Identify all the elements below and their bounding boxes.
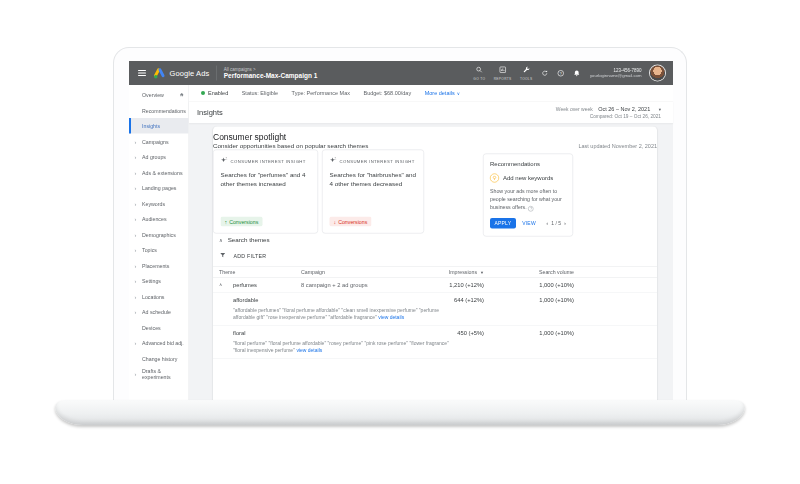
col-theme[interactable]: Theme xyxy=(219,269,301,275)
avatar[interactable] xyxy=(650,66,665,81)
sidebar-item-label: Overview xyxy=(142,92,164,98)
reports-label: REPORTS xyxy=(494,77,512,81)
top-app-bar: Google Ads All campaigns > Performance-M… xyxy=(129,61,673,85)
col-search-volume[interactable]: Search volume xyxy=(484,269,574,275)
insight-tag: CONSUMER INTEREST INSIGHT xyxy=(231,159,306,164)
table-row-floral[interactable]: floral 450 (+5%) 1,000 (+10%) "floral pe… xyxy=(213,326,657,359)
chevron-left-icon[interactable]: ‹ xyxy=(546,220,548,227)
page-title: Insights xyxy=(197,108,223,117)
insight-card-hairbrushes[interactable]: CONSUMER INTEREST INSIGHT Searches for "… xyxy=(322,150,424,234)
reports-button[interactable]: REPORTS xyxy=(494,66,512,80)
col-impressions[interactable]: Impressions▼ xyxy=(386,269,484,275)
wrench-icon xyxy=(522,66,530,76)
view-details-link[interactable]: view details xyxy=(378,315,404,321)
help-button[interactable]: ? xyxy=(557,69,565,77)
sidebar-item-ad-schedule[interactable]: ›Ad schedule xyxy=(129,304,189,320)
sidebar-nav: OverviewRecommendationsInsights›Campaign… xyxy=(129,85,189,403)
sidebar-item-landing-pages[interactable]: ›Landing pages xyxy=(129,180,189,196)
sidebar-item-recommendations[interactable]: Recommendations xyxy=(129,103,189,119)
insight-text: Searches for "perfumes" and 4 other them… xyxy=(221,171,311,189)
date-range-value: Oct 26 – Nov 2, 2021 xyxy=(598,105,650,111)
date-range-picker[interactable]: Week over week Oct 26 – Nov 2, 2021 ▾ Co… xyxy=(556,105,661,120)
sidebar-item-label: Audiences xyxy=(142,216,167,222)
chevron-up-icon[interactable]: ∧ xyxy=(219,282,233,287)
sidebar-item-locations[interactable]: ›Locations xyxy=(129,289,189,305)
sidebar-item-settings[interactable]: ›Settings xyxy=(129,273,189,289)
sidebar-item-keywords[interactable]: ›Keywords xyxy=(129,196,189,212)
sidebar-item-label: Ad schedule xyxy=(142,309,171,315)
sidebar-item-insights[interactable]: Insights xyxy=(129,118,189,134)
insight-cards-row: CONSUMER INTEREST INSIGHT Searches for "… xyxy=(213,150,657,237)
sidebar-item-placements[interactable]: ›Placements xyxy=(129,258,189,274)
chevron-right-icon: › xyxy=(135,340,137,346)
theme-examples: "affordable perfumes" "floral perfume af… xyxy=(219,306,459,321)
chevron-right-icon: › xyxy=(135,169,137,175)
help-circle-icon[interactable]: ? xyxy=(528,206,534,212)
recommendations-card: Recommendations Add new keywords Show yo… xyxy=(483,154,573,237)
date-compared: Compared: Oct 19 – Oct 26, 2021 xyxy=(556,113,661,120)
menu-icon[interactable] xyxy=(138,70,146,76)
recommendation-body: Show your ads more often to people searc… xyxy=(490,188,566,212)
add-filter-button[interactable]: ADD FILTER xyxy=(213,252,657,260)
chevron-right-icon: › xyxy=(135,278,137,284)
col-campaign[interactable]: Campaign xyxy=(301,269,386,275)
last-updated: Last updated November 2, 2021 xyxy=(578,143,657,149)
recommendation-item[interactable]: Add new keywords xyxy=(490,174,566,183)
laptop-screen: Google Ads All campaigns > Performance-M… xyxy=(113,47,687,403)
table-header-row: Theme Campaign Impressions▼ Search volum… xyxy=(213,266,657,278)
view-button[interactable]: VIEW xyxy=(522,220,536,226)
insight-card-perfumes[interactable]: CONSUMER INTEREST INSIGHT Searches for "… xyxy=(213,150,318,234)
impressions-cell: 644 (+12%) xyxy=(386,297,484,303)
apply-button[interactable]: APPLY xyxy=(490,218,516,229)
sidebar-item-devices[interactable]: Devices xyxy=(129,320,189,336)
table-row-affordable[interactable]: affordable 644 (+12%) 1,000 (+10%) "affo… xyxy=(213,293,657,326)
sidebar-item-label: Recommendations xyxy=(142,107,186,113)
spotlight-subtitle: Consider opportunities based on popular … xyxy=(213,143,368,150)
sidebar-item-campaigns[interactable]: ›Campaigns xyxy=(129,134,189,150)
sidebar-item-audiences[interactable]: ›Audiences xyxy=(129,211,189,227)
sidebar-item-ad-groups[interactable]: ›Ad groups xyxy=(129,149,189,165)
recommendation-pager: ‹ 1 / 5 › xyxy=(546,220,566,227)
chevron-right-icon[interactable]: › xyxy=(564,220,566,227)
sidebar-item-change-history[interactable]: Change history xyxy=(129,351,189,367)
table-row-perfumes[interactable]: ∧ perfumes 8 campaign + 2 ad groups 1,21… xyxy=(213,278,657,293)
sidebar-item-label: Campaigns xyxy=(142,138,169,144)
sidebar-item-drafts-experiments[interactable]: ›Drafts & experiments xyxy=(129,366,189,382)
search-themes-title: Search themes xyxy=(228,237,270,244)
breadcrumb-campaign-name: Performance-Max-Campaign 1 xyxy=(224,72,318,80)
reports-chart-icon xyxy=(499,66,507,76)
google-ads-logo-icon xyxy=(153,68,165,79)
sidebar-item-label: Ad groups xyxy=(142,154,166,160)
volume-cell: 1,000 (+10%) xyxy=(484,297,574,303)
enabled-dot-icon xyxy=(201,91,205,95)
chevron-up-icon: ∧ xyxy=(219,237,223,243)
more-details-link[interactable]: More details∨ xyxy=(425,90,460,96)
sidebar-item-ads-extensions[interactable]: ›Ads & extensions xyxy=(129,165,189,181)
sidebar-item-label: Advanced bid adj. xyxy=(142,340,184,346)
sidebar-item-advanced-bid-adj[interactable]: ›Advanced bid adj. xyxy=(129,335,189,351)
notifications-bell-icon[interactable] xyxy=(573,69,581,77)
tools-button[interactable]: TOOLS xyxy=(520,66,532,80)
campaign-status-bar: Enabled Status: Eligible Type: Performan… xyxy=(189,85,673,102)
enabled-status[interactable]: Enabled xyxy=(201,90,228,96)
search-themes-header[interactable]: ∧ Search themes xyxy=(213,237,657,244)
sidebar-item-demographics[interactable]: ›Demographics xyxy=(129,227,189,243)
insight-text: Searches for "hairbrushes" and 4 other t… xyxy=(330,171,417,189)
main-area: Enabled Status: Eligible Type: Performan… xyxy=(189,85,673,403)
sidebar-item-label: Settings xyxy=(142,278,161,284)
breadcrumb[interactable]: All campaigns > Performance-Max-Campaign… xyxy=(224,66,318,79)
conversions-down-badge: ↓ Conversions xyxy=(330,217,372,227)
theme-name: perfumes xyxy=(233,282,257,288)
laptop-base xyxy=(55,400,745,425)
sidebar-item-label: Landing pages xyxy=(142,185,176,191)
sidebar-item-topics[interactable]: ›Topics xyxy=(129,242,189,258)
view-details-link[interactable]: view details xyxy=(296,348,322,354)
sidebar-item-overview[interactable]: Overview xyxy=(129,87,189,103)
sidebar-item-label: Drafts & experiments xyxy=(142,367,185,380)
refresh-button[interactable] xyxy=(541,69,549,77)
impressions-cell: 1,210 (+12%) xyxy=(386,282,484,288)
add-filter-label: ADD FILTER xyxy=(234,253,267,259)
insights-content: Consumer spotlight Consider opportunitie… xyxy=(189,124,673,404)
search-themes-table: Theme Campaign Impressions▼ Search volum… xyxy=(213,266,657,359)
goto-search-button[interactable]: GO TO xyxy=(473,66,485,80)
